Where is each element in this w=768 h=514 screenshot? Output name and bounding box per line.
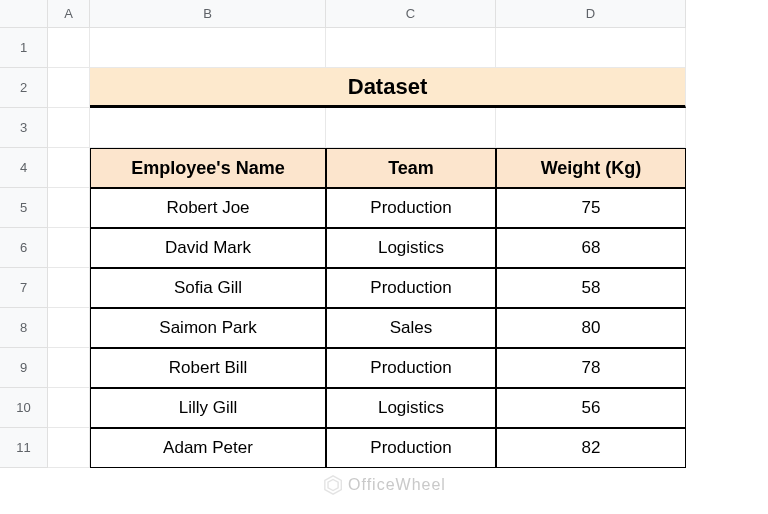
watermark: OfficeWheel: [322, 474, 446, 496]
cell-A4[interactable]: [48, 148, 90, 188]
table-cell[interactable]: Adam Peter: [90, 428, 326, 468]
cell-A7[interactable]: [48, 268, 90, 308]
table-cell[interactable]: Robert Bill: [90, 348, 326, 388]
cell-D1[interactable]: [496, 28, 686, 68]
cell-A9[interactable]: [48, 348, 90, 388]
col-header-A[interactable]: A: [48, 0, 90, 28]
row-header-6[interactable]: 6: [0, 228, 48, 268]
table-cell[interactable]: Production: [326, 428, 496, 468]
table-cell[interactable]: 68: [496, 228, 686, 268]
row-header-7[interactable]: 7: [0, 268, 48, 308]
header-name[interactable]: Employee's Name: [90, 148, 326, 188]
table-cell[interactable]: Saimon Park: [90, 308, 326, 348]
cell-A6[interactable]: [48, 228, 90, 268]
header-team[interactable]: Team: [326, 148, 496, 188]
table-cell[interactable]: Production: [326, 268, 496, 308]
table-cell[interactable]: Logistics: [326, 388, 496, 428]
col-header-D[interactable]: D: [496, 0, 686, 28]
cell-A10[interactable]: [48, 388, 90, 428]
cell-A1[interactable]: [48, 28, 90, 68]
table-cell[interactable]: Production: [326, 348, 496, 388]
cell-A3[interactable]: [48, 108, 90, 148]
table-cell[interactable]: Sales: [326, 308, 496, 348]
table-cell[interactable]: David Mark: [90, 228, 326, 268]
cell-B3[interactable]: [90, 108, 326, 148]
row-header-11[interactable]: 11: [0, 428, 48, 468]
row-header-5[interactable]: 5: [0, 188, 48, 228]
header-weight[interactable]: Weight (Kg): [496, 148, 686, 188]
table-cell[interactable]: Lilly Gill: [90, 388, 326, 428]
cell-C1[interactable]: [326, 28, 496, 68]
table-cell[interactable]: Production: [326, 188, 496, 228]
table-cell[interactable]: 56: [496, 388, 686, 428]
corner-cell[interactable]: [0, 0, 48, 28]
col-header-B[interactable]: B: [90, 0, 326, 28]
table-cell[interactable]: Robert Joe: [90, 188, 326, 228]
cell-C3[interactable]: [326, 108, 496, 148]
table-cell[interactable]: 75: [496, 188, 686, 228]
row-header-4[interactable]: 4: [0, 148, 48, 188]
row-header-2[interactable]: 2: [0, 68, 48, 108]
wheel-icon: [322, 474, 344, 496]
spreadsheet-grid[interactable]: A B C D 1 2 Dataset 3 4 Employee's Name …: [0, 0, 768, 468]
svg-marker-0: [325, 476, 342, 494]
cell-D3[interactable]: [496, 108, 686, 148]
table-cell[interactable]: Logistics: [326, 228, 496, 268]
svg-marker-1: [328, 480, 338, 491]
table-cell[interactable]: 78: [496, 348, 686, 388]
table-cell[interactable]: 80: [496, 308, 686, 348]
row-header-3[interactable]: 3: [0, 108, 48, 148]
table-cell[interactable]: 58: [496, 268, 686, 308]
row-header-9[interactable]: 9: [0, 348, 48, 388]
cell-A5[interactable]: [48, 188, 90, 228]
row-header-10[interactable]: 10: [0, 388, 48, 428]
row-header-8[interactable]: 8: [0, 308, 48, 348]
cell-B1[interactable]: [90, 28, 326, 68]
dataset-title[interactable]: Dataset: [90, 68, 686, 108]
col-header-C[interactable]: C: [326, 0, 496, 28]
cell-A11[interactable]: [48, 428, 90, 468]
table-cell[interactable]: 82: [496, 428, 686, 468]
row-header-1[interactable]: 1: [0, 28, 48, 68]
watermark-text: OfficeWheel: [348, 476, 446, 494]
cell-A8[interactable]: [48, 308, 90, 348]
cell-A2[interactable]: [48, 68, 90, 108]
table-cell[interactable]: Sofia Gill: [90, 268, 326, 308]
